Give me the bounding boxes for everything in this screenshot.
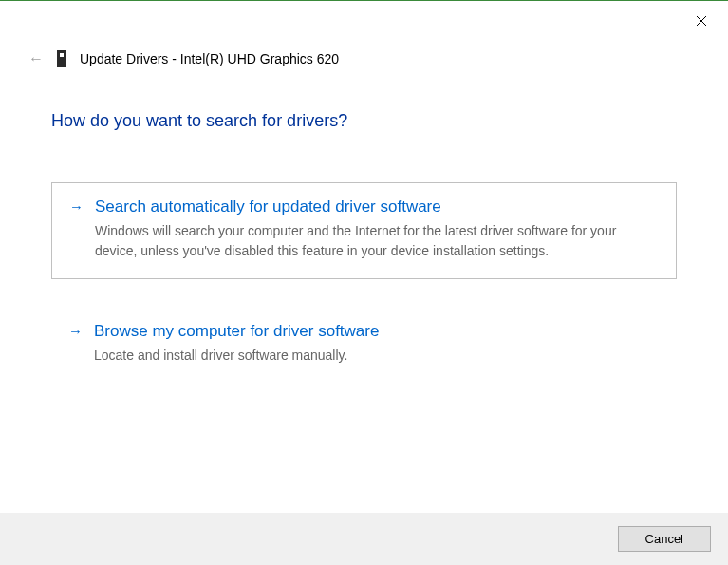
option-title: Browse my computer for driver software — [94, 321, 660, 342]
header: ← Update Drivers - Intel(R) UHD Graphics… — [0, 1, 728, 69]
option-search-automatically[interactable]: → Search automatically for updated drive… — [51, 182, 677, 279]
cancel-button[interactable]: Cancel — [618, 526, 711, 552]
option-description: Windows will search your computer and th… — [95, 221, 659, 261]
page-title: Update Drivers - Intel(R) UHD Graphics 6… — [80, 51, 339, 66]
option-browse-computer[interactable]: → Browse my computer for driver software… — [51, 308, 677, 383]
footer: Cancel — [0, 513, 728, 565]
device-icon — [57, 50, 66, 67]
main-heading: How do you want to search for drivers? — [51, 111, 677, 131]
close-icon[interactable] — [692, 10, 711, 33]
arrow-right-icon: → — [68, 323, 83, 339]
back-arrow-icon[interactable]: ← — [27, 48, 46, 69]
option-title: Search automatically for updated driver … — [95, 197, 659, 217]
option-description: Locate and install driver software manua… — [94, 346, 660, 366]
arrow-right-icon: → — [69, 198, 84, 215]
content-area: How do you want to search for drivers? →… — [0, 69, 728, 383]
